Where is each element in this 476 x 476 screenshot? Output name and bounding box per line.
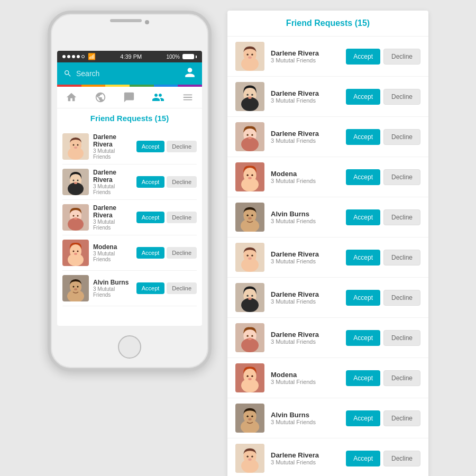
svg-point-35: [248, 57, 252, 59]
right-accept-button[interactable]: Accept: [346, 89, 380, 105]
right-friend-mutual: 3 Mututal Friends: [271, 379, 340, 385]
right-friend-request-item: Alvin Burns 3 Mututal Friends Accept Dec…: [227, 197, 428, 237]
right-decline-button[interactable]: Decline: [383, 330, 420, 346]
svg-point-87: [246, 416, 248, 417]
right-decline-button[interactable]: Decline: [383, 451, 420, 466]
accept-button[interactable]: Accept: [136, 141, 165, 152]
right-friend-mutual: 3 Mututal Friends: [271, 298, 340, 305]
right-decline-button[interactable]: Decline: [383, 410, 420, 426]
decline-button[interactable]: Decline: [167, 282, 197, 294]
friend-name: Alvin Burns: [93, 279, 132, 286]
friend-request-item: Darlene Rivera 3 Mututal Friends Accept …: [62, 164, 197, 200]
right-friend-info: Darlene Rivera 3 Mututal Friends: [271, 89, 340, 104]
accept-button[interactable]: Accept: [136, 212, 165, 223]
svg-point-52: [251, 175, 253, 176]
friend-mutual: 3 Mututal Friends: [93, 251, 132, 262]
svg-point-50: [241, 178, 259, 191]
right-decline-button[interactable]: Decline: [383, 169, 420, 185]
svg-point-81: [246, 376, 248, 377]
right-accept-button[interactable]: Accept: [346, 290, 380, 306]
phone-mic: [110, 19, 142, 22]
search-input-area[interactable]: Search: [63, 69, 99, 78]
svg-point-82: [251, 376, 253, 377]
decline-button[interactable]: Decline: [167, 212, 197, 223]
right-accept-button[interactable]: Accept: [346, 410, 380, 426]
accept-button[interactable]: Accept: [136, 282, 165, 294]
profile-icon[interactable]: [184, 67, 196, 80]
accept-button[interactable]: Accept: [136, 247, 165, 259]
right-accept-button[interactable]: Accept: [346, 129, 380, 145]
nav-menu[interactable]: [182, 91, 194, 103]
nav-people[interactable]: [152, 91, 164, 104]
search-placeholder: Search: [76, 69, 99, 78]
svg-point-17: [74, 217, 77, 219]
svg-point-44: [241, 138, 259, 151]
right-requests-list: Darlene Rivera 3 Mututal Friends Accept …: [227, 36, 428, 476]
decline-button[interactable]: Decline: [167, 176, 197, 188]
right-decline-button[interactable]: Decline: [383, 250, 420, 266]
svg-point-38: [241, 97, 259, 111]
right-friend-actions: Accept Decline: [346, 330, 420, 346]
right-friend-avatar: [235, 122, 264, 151]
right-friend-mutual: 3 Mututal Friends: [271, 338, 340, 345]
right-decline-button[interactable]: Decline: [383, 290, 420, 306]
right-friend-info: Darlene Rivera 3 Mututal Friends: [271, 250, 340, 264]
right-friend-avatar: [235, 444, 264, 473]
right-decline-button[interactable]: Decline: [383, 89, 420, 105]
status-time: 4:39 PM: [120, 53, 142, 60]
right-friend-mutual: 3 Mututal Friends: [271, 178, 340, 184]
right-decline-button[interactable]: Decline: [383, 129, 420, 145]
right-accept-button[interactable]: Accept: [346, 451, 380, 466]
nav-bar: [57, 87, 202, 108]
friend-name: Modena: [93, 243, 132, 251]
phone-home-button[interactable]: [118, 335, 141, 359]
svg-point-14: [68, 218, 84, 231]
right-friend-mutual: 3 Mututal Friends: [271, 419, 340, 425]
right-accept-button[interactable]: Accept: [346, 330, 380, 346]
right-friend-request-item: Darlene Rivera 3 Mututal Friends Accept …: [227, 36, 428, 77]
nav-chat[interactable]: [123, 91, 135, 103]
nav-home[interactable]: [66, 91, 77, 103]
decline-button[interactable]: Decline: [167, 247, 197, 259]
svg-point-74: [241, 338, 259, 352]
svg-point-22: [77, 251, 79, 252]
right-friend-mutual: 3 Mututal Friends: [271, 97, 340, 104]
right-accept-button[interactable]: Accept: [346, 49, 380, 65]
right-friend-name: Darlene Rivera: [271, 331, 340, 338]
svg-point-20: [68, 253, 84, 266]
friend-request-item: Alvin Burns 3 Mututal Friends Accept Dec…: [62, 271, 197, 306]
right-accept-button[interactable]: Accept: [346, 370, 380, 386]
right-friend-mutual: 3 Mututal Friends: [271, 459, 340, 465]
right-accept-button[interactable]: Accept: [346, 209, 380, 225]
right-friend-name: Darlene Rivera: [271, 130, 340, 138]
svg-point-70: [251, 295, 253, 297]
friend-actions: Accept Decline: [136, 212, 197, 223]
svg-point-59: [248, 217, 252, 219]
right-accept-button[interactable]: Accept: [346, 250, 380, 266]
right-accept-button[interactable]: Accept: [346, 169, 380, 185]
svg-point-34: [251, 54, 253, 56]
svg-point-46: [251, 134, 253, 136]
right-friend-info: Darlene Rivera 3 Mututal Friends: [271, 331, 340, 345]
accept-button[interactable]: Accept: [136, 176, 165, 188]
decline-button[interactable]: Decline: [167, 141, 197, 152]
friend-avatar: [62, 204, 89, 231]
svg-point-23: [74, 253, 77, 255]
svg-point-27: [73, 286, 75, 288]
search-icon: [63, 69, 72, 78]
right-friend-mutual: 3 Mututal Friends: [271, 218, 340, 224]
friend-mutual: 3 Mututal Friends: [93, 184, 132, 195]
right-decline-button[interactable]: Decline: [383, 370, 420, 386]
friend-avatar: [62, 133, 89, 160]
right-decline-button[interactable]: Decline: [383, 49, 420, 65]
right-friend-avatar: [235, 323, 264, 352]
svg-point-94: [251, 456, 253, 457]
nav-globe[interactable]: [95, 91, 106, 103]
right-friend-actions: Accept Decline: [346, 250, 420, 266]
right-friend-request-item: Darlene Rivera 3 Mututal Friends Accept …: [227, 438, 428, 476]
right-friend-avatar: [235, 243, 264, 272]
right-friend-avatar: [235, 42, 264, 71]
friend-name: Darlene Rivera: [93, 204, 132, 219]
right-decline-button[interactable]: Decline: [383, 209, 420, 225]
svg-point-63: [246, 255, 248, 257]
